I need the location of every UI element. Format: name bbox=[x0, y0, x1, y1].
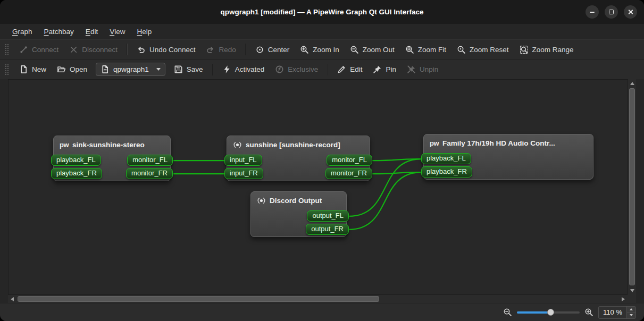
menu-help[interactable]: Help bbox=[131, 24, 157, 39]
scrollbar-corner bbox=[628, 294, 636, 303]
maximize-icon bbox=[609, 10, 614, 14]
port-sunshine-input_FR[interactable]: input_FR bbox=[224, 168, 263, 179]
spin-down-icon bbox=[630, 314, 633, 316]
toolbar-button-zoom-reset[interactable]: Zoom Reset bbox=[451, 43, 514, 57]
toolbar-button-activated[interactable]: Activated bbox=[217, 62, 270, 77]
connection-sunshine-family[interactable] bbox=[372, 172, 421, 174]
toolbar-button-zoom-fit[interactable]: Zoom Fit bbox=[400, 43, 451, 57]
node-header: pwFamily 17h/19h HD Audio Contr... bbox=[424, 134, 593, 151]
disconnect-icon bbox=[69, 45, 78, 54]
graph-node-sink[interactable]: pwsink-sunshine-stereoplayback_FLplaybac… bbox=[53, 136, 171, 181]
toolbar-separator bbox=[327, 64, 328, 75]
menu-view[interactable]: View bbox=[104, 24, 131, 39]
toolbar-button-center[interactable]: Center bbox=[250, 43, 295, 57]
toolbar-button-exclusive: Exclusive bbox=[270, 62, 323, 77]
toolbar-button-new[interactable]: New bbox=[14, 62, 52, 77]
port-sink-monitor_FR[interactable]: monitor_FR bbox=[126, 168, 173, 179]
toolbar-button-label: Zoom Fit bbox=[418, 46, 446, 54]
horizontal-scroll-track[interactable] bbox=[16, 295, 619, 303]
port-sink-playback_FL[interactable]: playback_FL bbox=[51, 155, 101, 166]
vertical-scrollbar[interactable] bbox=[628, 79, 636, 294]
zoom-slider[interactable] bbox=[517, 308, 580, 317]
toolbar-button-label: Open bbox=[70, 65, 87, 73]
port-sunshine-monitor_FR[interactable]: monitor_FR bbox=[325, 168, 372, 179]
graph-node-sunshine[interactable]: sunshine [sunshine-record]input_FLinput_… bbox=[227, 136, 370, 181]
titlebar[interactable]: qpwgraph1 [modified] — A PipeWire Graph … bbox=[0, 0, 644, 24]
unpin-icon bbox=[407, 65, 416, 74]
chevron-down-icon bbox=[156, 68, 161, 71]
menu-patchbay[interactable]: Patchbay bbox=[38, 24, 80, 39]
port-family-playback_FR[interactable]: playback_FR bbox=[421, 166, 472, 178]
scroll-right-button[interactable] bbox=[619, 295, 628, 303]
save-icon bbox=[174, 65, 183, 74]
spin-up-icon bbox=[630, 308, 633, 310]
port-sunshine-input_FL[interactable]: input_FL bbox=[224, 155, 262, 166]
zoom-in-icon[interactable] bbox=[584, 308, 593, 317]
toolbar-button-undo-connect[interactable]: Undo Connect bbox=[131, 43, 200, 57]
toolbar-button-pin[interactable]: Pin bbox=[367, 62, 402, 77]
port-discord-output_FL[interactable]: output_FL bbox=[307, 210, 349, 222]
toolbar-drag-handle[interactable] bbox=[5, 44, 9, 55]
arrow-down-icon bbox=[630, 289, 634, 292]
toolbar-button-zoom-range[interactable]: Zoom Range bbox=[514, 43, 579, 57]
menu-edit[interactable]: Edit bbox=[80, 24, 104, 39]
toolbar-button-label: Undo Connect bbox=[149, 46, 195, 54]
horizontal-scrollbar[interactable] bbox=[8, 294, 628, 303]
scroll-down-button[interactable] bbox=[628, 286, 637, 294]
port-family-playback_FL[interactable]: playback_FL bbox=[421, 153, 471, 164]
patchbay-selector[interactable]: qpwgraph1 bbox=[96, 63, 165, 76]
scroll-left-button[interactable] bbox=[8, 295, 16, 303]
graph-node-family[interactable]: pwFamily 17h/19h HD Audio Contr...playba… bbox=[423, 134, 593, 180]
node-title: Discord Output bbox=[270, 197, 322, 205]
maximize-button[interactable] bbox=[605, 5, 618, 19]
toolbar-button-open[interactable]: Open bbox=[52, 62, 93, 77]
zoom-value[interactable]: 110 % bbox=[599, 308, 626, 316]
zoom-slider-handle[interactable] bbox=[547, 309, 554, 316]
menu-graph[interactable]: Graph bbox=[6, 24, 38, 39]
arrow-left-icon bbox=[11, 297, 14, 301]
graph-canvas[interactable]: pwsink-sunshine-stereoplayback_FLplaybac… bbox=[8, 79, 628, 294]
port-sink-playback_FR[interactable]: playback_FR bbox=[51, 168, 102, 179]
patchbay-file-icon bbox=[101, 65, 110, 74]
toolbar-button-zoom-in[interactable]: Zoom In bbox=[295, 43, 345, 57]
open-folder-icon bbox=[57, 65, 66, 74]
zoom-spin-down-button[interactable] bbox=[627, 312, 635, 318]
zoom-spinbox[interactable]: 110 % bbox=[598, 306, 636, 319]
scroll-up-button[interactable] bbox=[628, 79, 637, 87]
close-button[interactable] bbox=[624, 5, 637, 19]
toolbar-button-label: Zoom Reset bbox=[470, 46, 509, 54]
toolbar-button-disconnect: Disconnect bbox=[64, 43, 123, 57]
redo-icon bbox=[206, 45, 215, 54]
toolbar-button-label: Redo bbox=[219, 46, 236, 54]
minimize-button[interactable] bbox=[586, 5, 599, 19]
zoom-spin-arrows bbox=[626, 307, 635, 318]
toolbar-separator bbox=[127, 44, 128, 55]
toolbar-button-label: Pin bbox=[386, 65, 396, 73]
horizontal-scroll-thumb[interactable] bbox=[18, 296, 379, 302]
graph-node-discord[interactable]: Discord Outputoutput_FLoutput_FR bbox=[250, 191, 347, 237]
port-sunshine-monitor_FL[interactable]: monitor_FL bbox=[327, 155, 372, 166]
toolbar-button-label: Exclusive bbox=[288, 65, 318, 73]
record-icon bbox=[257, 196, 266, 205]
toolbar-button-label: Center bbox=[268, 46, 290, 54]
port-discord-output_FR[interactable]: output_FR bbox=[306, 224, 349, 235]
app-window: qpwgraph1 [modified] — A PipeWire Graph … bbox=[0, 0, 644, 321]
zoom-out-icon[interactable] bbox=[503, 308, 512, 317]
vertical-scroll-track[interactable] bbox=[628, 87, 636, 286]
zoom-spin-up-button[interactable] bbox=[627, 307, 635, 312]
center-icon bbox=[255, 45, 264, 54]
toolbar-button-label: Disconnect bbox=[82, 46, 118, 54]
statusbar: 110 % bbox=[0, 303, 644, 321]
connection-sunshine-family[interactable] bbox=[372, 159, 421, 160]
toolbar-button-zoom-out[interactable]: Zoom Out bbox=[345, 43, 400, 57]
activated-icon bbox=[222, 65, 231, 74]
toolbar-drag-handle[interactable] bbox=[5, 64, 9, 75]
toolbar-button-save[interactable]: Save bbox=[169, 62, 208, 77]
toolbar-button-label: Connect bbox=[32, 46, 58, 54]
toolbar-separator bbox=[212, 64, 213, 75]
toolbar-button-edit[interactable]: Edit bbox=[332, 62, 367, 77]
zoom-fit-icon bbox=[405, 45, 414, 54]
vertical-scroll-thumb[interactable] bbox=[629, 88, 635, 285]
port-sink-monitor_FL[interactable]: monitor_FL bbox=[127, 155, 173, 166]
pipewire-icon: pw bbox=[60, 140, 69, 149]
